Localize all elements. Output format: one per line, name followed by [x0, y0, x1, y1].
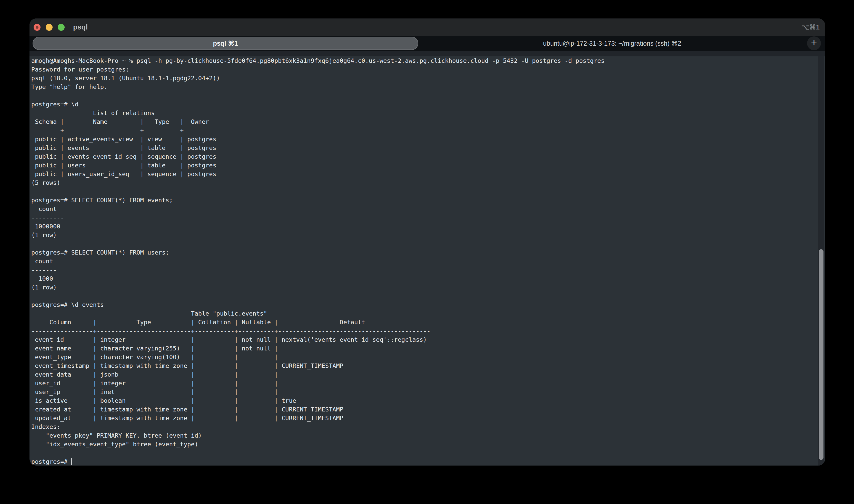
close-button[interactable]	[34, 24, 40, 31]
tab-psql-label: psql ⌘1	[213, 40, 238, 47]
title-bar[interactable]: psql ⌥⌘1	[30, 18, 825, 36]
tab-ssh-migrations-label: ubuntu@ip-172-31-3-173: ~/migrations (ss…	[543, 40, 681, 47]
terminal-text: amogh@Amoghs-MacBook-Pro ~ % psql -h pg-…	[31, 57, 604, 465]
tab-bar: psql ⌘1 ubuntu@ip-172-31-3-173: ~/migrat…	[30, 36, 825, 51]
minimize-button[interactable]	[46, 24, 53, 31]
scrollbar-track[interactable]	[818, 56, 824, 466]
window-shortcut-hint: ⌥⌘1	[802, 18, 820, 36]
terminal-output: amogh@Amoghs-MacBook-Pro ~ % psql -h pg-…	[31, 56, 604, 466]
terminal-window: psql ⌥⌘1 psql ⌘1 ubuntu@ip-172-31-3-173:…	[30, 18, 825, 466]
traffic-lights	[34, 24, 65, 31]
window-title: psql	[73, 18, 88, 36]
scrollbar-thumb[interactable]	[819, 249, 823, 460]
terminal-cursor	[71, 458, 72, 465]
plus-icon: +	[811, 38, 817, 48]
new-tab-button[interactable]: +	[807, 36, 821, 50]
tab-bar-divider	[30, 51, 825, 56]
tab-psql[interactable]: psql ⌘1	[33, 37, 418, 50]
tab-ssh-migrations[interactable]: ubuntu@ip-172-31-3-173: ~/migrations (ss…	[420, 37, 804, 50]
zoom-button[interactable]	[58, 24, 65, 31]
terminal-content[interactable]: amogh@Amoghs-MacBook-Pro ~ % psql -h pg-…	[30, 56, 825, 466]
